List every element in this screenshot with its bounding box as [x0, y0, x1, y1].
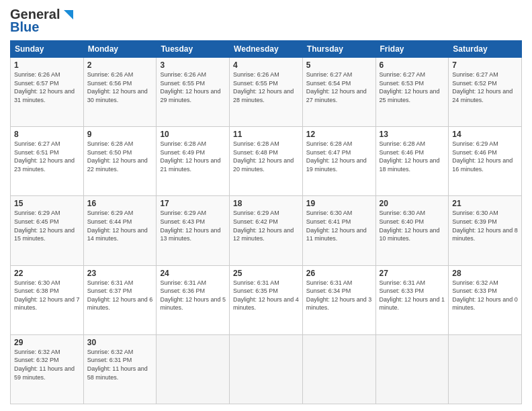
- day-number: 4: [233, 60, 299, 70]
- calendar-table: SundayMondayTuesdayWednesdayThursdayFrid…: [10, 40, 522, 404]
- day-info: Sunrise: 6:29 AMSunset: 6:46 PMDaylight:…: [452, 140, 518, 173]
- sunrise-text: Sunrise: 6:32 AM: [14, 349, 60, 355]
- sunset-text: Sunset: 6:49 PM: [160, 149, 205, 156]
- daylight-text: Daylight: 12 hours and 16 minutes.: [452, 157, 513, 173]
- day-info: Sunrise: 6:31 AMSunset: 6:34 PMDaylight:…: [306, 279, 372, 312]
- calendar-cell: 12Sunrise: 6:28 AMSunset: 6:47 PMDayligh…: [302, 127, 375, 196]
- calendar-week-row: 15Sunrise: 6:29 AMSunset: 6:45 PMDayligh…: [11, 196, 522, 265]
- daylight-text: Daylight: 12 hours and 10 minutes.: [380, 227, 440, 242]
- calendar-week-row: 22Sunrise: 6:30 AMSunset: 6:38 PMDayligh…: [11, 265, 522, 334]
- calendar-cell: 25Sunrise: 6:31 AMSunset: 6:35 PMDayligh…: [230, 265, 303, 334]
- calendar-cell: 13Sunrise: 6:28 AMSunset: 6:46 PMDayligh…: [375, 127, 449, 196]
- day-info: Sunrise: 6:28 AMSunset: 6:49 PMDaylight:…: [160, 140, 226, 173]
- logo-area: General Blue: [10, 7, 75, 35]
- calendar-header-row: SundayMondayTuesdayWednesdayThursdayFrid…: [11, 41, 522, 58]
- sunrise-text: Sunrise: 6:31 AM: [160, 279, 206, 286]
- day-number: 28: [452, 269, 518, 278]
- daylight-text: Daylight: 12 hours and 30 minutes.: [87, 88, 148, 103]
- calendar-cell: 27Sunrise: 6:31 AMSunset: 6:33 PMDayligh…: [375, 265, 449, 334]
- daylight-text: Daylight: 12 hours and 5 minutes.: [160, 296, 226, 312]
- daylight-text: Daylight: 12 hours and 15 minutes.: [14, 227, 75, 242]
- day-number: 9: [87, 130, 153, 139]
- daylight-text: Daylight: 12 hours and 18 minutes.: [380, 157, 440, 173]
- sunrise-text: Sunrise: 6:31 AM: [87, 279, 134, 286]
- sunrise-text: Sunrise: 6:30 AM: [452, 210, 498, 216]
- sunrise-text: Sunrise: 6:32 AM: [87, 349, 134, 355]
- svg-marker-0: [64, 10, 73, 19]
- page: General Blue SundayMondayTuesdayWednesda…: [0, 0, 532, 411]
- calendar-cell: 29Sunrise: 6:32 AMSunset: 6:32 PMDayligh…: [11, 334, 84, 404]
- sunset-text: Sunset: 6:35 PM: [233, 287, 278, 294]
- calendar-cell: [230, 334, 303, 404]
- day-number: 22: [14, 269, 80, 278]
- day-info: Sunrise: 6:26 AMSunset: 6:57 PMDaylight:…: [14, 71, 80, 104]
- day-number: 24: [160, 269, 226, 278]
- calendar-cell: 7Sunrise: 6:27 AMSunset: 6:52 PMDaylight…: [449, 58, 522, 127]
- calendar-cell: 28Sunrise: 6:32 AMSunset: 6:33 PMDayligh…: [449, 265, 522, 334]
- sunrise-text: Sunrise: 6:31 AM: [306, 279, 353, 286]
- sunrise-text: Sunrise: 6:26 AM: [14, 71, 60, 78]
- sunrise-text: Sunrise: 6:27 AM: [306, 71, 353, 78]
- daylight-text: Daylight: 12 hours and 23 minutes.: [14, 157, 75, 173]
- sunrise-text: Sunrise: 6:29 AM: [14, 210, 60, 216]
- sunset-text: Sunset: 6:57 PM: [14, 80, 59, 87]
- sunset-text: Sunset: 6:37 PM: [87, 287, 132, 294]
- sunrise-text: Sunrise: 6:27 AM: [452, 71, 498, 78]
- sunset-text: Sunset: 6:38 PM: [14, 287, 59, 294]
- sunset-text: Sunset: 6:50 PM: [87, 149, 132, 156]
- calendar-cell: 17Sunrise: 6:29 AMSunset: 6:43 PMDayligh…: [157, 196, 230, 265]
- day-number: 23: [87, 269, 153, 278]
- daylight-text: Daylight: 12 hours and 27 minutes.: [306, 88, 367, 103]
- sunrise-text: Sunrise: 6:29 AM: [452, 140, 498, 147]
- calendar-week-row: 8Sunrise: 6:27 AMSunset: 6:51 PMDaylight…: [11, 127, 522, 196]
- day-info: Sunrise: 6:27 AMSunset: 6:51 PMDaylight:…: [14, 140, 80, 173]
- day-info: Sunrise: 6:32 AMSunset: 6:33 PMDaylight:…: [452, 279, 518, 312]
- day-info: Sunrise: 6:28 AMSunset: 6:47 PMDaylight:…: [306, 140, 372, 173]
- calendar-day-header: Monday: [83, 41, 157, 58]
- sunset-text: Sunset: 6:47 PM: [306, 149, 351, 156]
- calendar-week-row: 29Sunrise: 6:32 AMSunset: 6:32 PMDayligh…: [11, 334, 522, 404]
- day-number: 20: [380, 199, 445, 208]
- day-number: 29: [14, 338, 80, 347]
- daylight-text: Daylight: 12 hours and 20 minutes.: [233, 157, 294, 173]
- calendar-cell: 6Sunrise: 6:27 AMSunset: 6:53 PMDaylight…: [375, 58, 449, 127]
- day-info: Sunrise: 6:30 AMSunset: 6:40 PMDaylight:…: [380, 209, 445, 242]
- logo-icon: [60, 7, 75, 22]
- calendar-cell: 26Sunrise: 6:31 AMSunset: 6:34 PMDayligh…: [302, 265, 375, 334]
- day-info: Sunrise: 6:27 AMSunset: 6:54 PMDaylight:…: [306, 71, 372, 104]
- calendar-cell: 11Sunrise: 6:28 AMSunset: 6:48 PMDayligh…: [230, 127, 303, 196]
- sunset-text: Sunset: 6:45 PM: [14, 218, 59, 225]
- day-number: 19: [306, 199, 372, 208]
- daylight-text: Daylight: 12 hours and 21 minutes.: [160, 157, 220, 173]
- calendar-cell: 9Sunrise: 6:28 AMSunset: 6:50 PMDaylight…: [83, 127, 157, 196]
- calendar-cell: 3Sunrise: 6:26 AMSunset: 6:55 PMDaylight…: [157, 58, 230, 127]
- logo-blue: Blue: [10, 19, 39, 35]
- day-number: 6: [380, 60, 445, 70]
- logo: General Blue: [10, 7, 75, 35]
- calendar-day-header: Saturday: [449, 41, 522, 58]
- calendar-cell: [449, 334, 522, 404]
- calendar-cell: 16Sunrise: 6:29 AMSunset: 6:44 PMDayligh…: [83, 196, 157, 265]
- calendar-day-header: Tuesday: [157, 41, 230, 58]
- day-number: 2: [87, 60, 153, 70]
- day-info: Sunrise: 6:31 AMSunset: 6:37 PMDaylight:…: [87, 279, 153, 312]
- daylight-text: Daylight: 12 hours and 12 minutes.: [233, 227, 294, 242]
- daylight-text: Daylight: 12 hours and 0 minutes.: [452, 296, 518, 312]
- sunrise-text: Sunrise: 6:29 AM: [160, 210, 206, 216]
- sunset-text: Sunset: 6:31 PM: [87, 357, 132, 363]
- daylight-text: Daylight: 11 hours and 58 minutes.: [87, 365, 148, 381]
- daylight-text: Daylight: 12 hours and 6 minutes.: [87, 296, 153, 312]
- day-info: Sunrise: 6:31 AMSunset: 6:36 PMDaylight:…: [160, 279, 226, 312]
- sunrise-text: Sunrise: 6:29 AM: [87, 210, 134, 216]
- daylight-text: Daylight: 12 hours and 28 minutes.: [233, 88, 294, 103]
- day-number: 30: [87, 338, 153, 347]
- sunset-text: Sunset: 6:40 PM: [380, 218, 425, 225]
- day-info: Sunrise: 6:32 AMSunset: 6:32 PMDaylight:…: [14, 348, 80, 381]
- calendar-cell: 8Sunrise: 6:27 AMSunset: 6:51 PMDaylight…: [11, 127, 84, 196]
- day-number: 8: [14, 130, 80, 139]
- daylight-text: Daylight: 12 hours and 4 minutes.: [233, 296, 299, 312]
- day-info: Sunrise: 6:29 AMSunset: 6:45 PMDaylight:…: [14, 209, 80, 242]
- day-number: 10: [160, 130, 226, 139]
- day-number: 11: [233, 130, 299, 139]
- calendar-day-header: Friday: [375, 41, 449, 58]
